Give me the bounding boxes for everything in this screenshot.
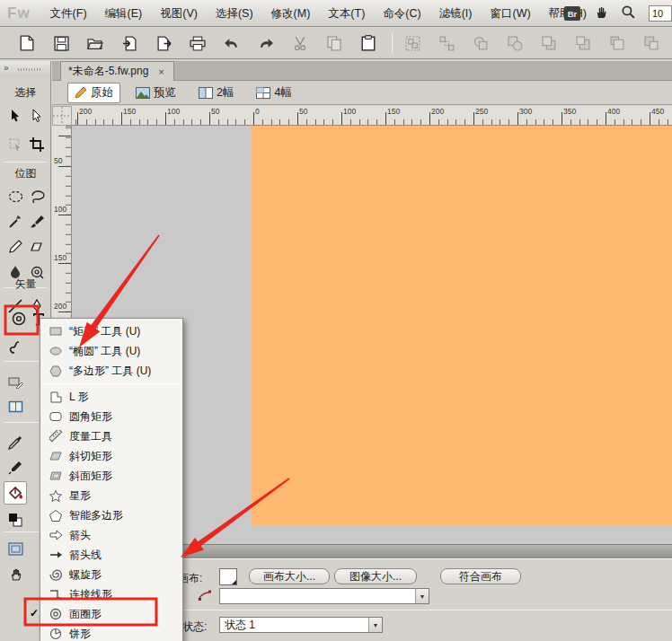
subselection-tool[interactable] bbox=[27, 106, 47, 126]
open-icon[interactable] bbox=[84, 32, 106, 54]
curve-adjust-icon[interactable] bbox=[198, 589, 212, 605]
marker-tool[interactable] bbox=[5, 458, 25, 478]
document-tab[interactable]: *未命名-5.fw.png × bbox=[60, 61, 174, 81]
menu-text[interactable]: 文本(T) bbox=[319, 0, 374, 27]
group-icon[interactable] bbox=[402, 32, 423, 54]
preview-image-icon bbox=[136, 87, 150, 99]
canvas-option-dropdown[interactable]: ▼ bbox=[219, 588, 429, 604]
menu-item-l-shape[interactable]: L 形 bbox=[40, 387, 182, 407]
state-dropdown[interactable]: 状态 1 ▼ bbox=[219, 617, 383, 633]
hand-icon[interactable] bbox=[593, 4, 608, 23]
rectangle-icon bbox=[49, 324, 63, 338]
send-backward-icon[interactable] bbox=[606, 32, 628, 54]
panel-grip[interactable] bbox=[18, 68, 41, 71]
menu-bar: Fw 文件(F) 编辑(E) 视图(V) 选择(S) 修改(M) 文本(T) 命… bbox=[0, 0, 672, 27]
copy-icon[interactable] bbox=[323, 32, 345, 54]
menu-item-smart-polygon[interactable]: 智能多边形 bbox=[40, 505, 182, 525]
canvas-color-swatch[interactable] bbox=[219, 568, 237, 585]
menu-window[interactable]: 窗口(W) bbox=[481, 0, 539, 27]
redo-icon[interactable] bbox=[255, 32, 277, 54]
menu-select[interactable]: 选择(S) bbox=[207, 0, 262, 27]
collapse-panel-icon[interactable]: » bbox=[4, 63, 9, 73]
menu-modify[interactable]: 修改(M) bbox=[262, 0, 320, 27]
dropdown-arrow-icon[interactable]: ▼ bbox=[368, 618, 382, 632]
ellipse-icon bbox=[49, 344, 63, 358]
crop-tool[interactable] bbox=[27, 135, 47, 154]
import-icon[interactable] bbox=[119, 32, 140, 54]
menu-item-arrow-line[interactable]: 箭头线 bbox=[40, 545, 182, 565]
pointer-tool[interactable] bbox=[5, 106, 25, 126]
menu-item-rounded-rectangle[interactable]: 圆角矩形 bbox=[40, 407, 182, 426]
menu-item-pie[interactable]: 饼形 bbox=[40, 624, 182, 641]
brush-tool[interactable] bbox=[27, 212, 47, 232]
send-to-back-icon[interactable] bbox=[641, 32, 662, 54]
save-icon[interactable] bbox=[50, 32, 72, 54]
marquee-tool[interactable] bbox=[5, 187, 25, 206]
spiral-icon bbox=[49, 567, 63, 582]
l-shape-icon bbox=[49, 390, 63, 404]
bring-forward-icon[interactable] bbox=[572, 32, 594, 54]
freeform-tool[interactable] bbox=[5, 338, 25, 357]
menu-commands[interactable]: 命令(C) bbox=[374, 0, 429, 27]
cut-icon[interactable] bbox=[289, 32, 311, 54]
hand-tool[interactable] bbox=[5, 564, 25, 584]
bring-to-front-icon[interactable] bbox=[538, 32, 560, 54]
rounded-rectangle-icon bbox=[49, 409, 63, 424]
section-select-label: 选择 bbox=[0, 85, 51, 101]
magic-wand-tool[interactable] bbox=[5, 212, 25, 232]
view-4up-button[interactable]: 4幅 bbox=[249, 83, 298, 103]
bridge-icon[interactable]: Br bbox=[564, 6, 580, 21]
pie-icon bbox=[49, 627, 63, 641]
panel-header[interactable]: » bbox=[0, 61, 50, 77]
view-original-button[interactable]: 原始 bbox=[67, 83, 120, 103]
paint-bucket-tool[interactable] bbox=[4, 481, 27, 505]
eyedropper-tool[interactable] bbox=[5, 433, 25, 452]
hotspot-tool[interactable] bbox=[5, 372, 25, 391]
paste-icon[interactable] bbox=[358, 32, 379, 54]
screen-mode-icon[interactable] bbox=[5, 539, 25, 558]
lasso-tool[interactable] bbox=[27, 187, 47, 206]
menu-item-ellipse-tool[interactable]: “椭圆” 工具 (U) bbox=[40, 341, 182, 361]
combine-icon[interactable] bbox=[470, 32, 491, 54]
split-icon[interactable] bbox=[504, 32, 526, 54]
pencil-tool[interactable] bbox=[5, 237, 25, 257]
print-icon[interactable] bbox=[187, 32, 208, 54]
menu-item-star[interactable]: 星形 bbox=[40, 486, 182, 505]
canvas[interactable] bbox=[252, 126, 672, 525]
ungroup-icon[interactable] bbox=[436, 32, 457, 54]
fit-canvas-button[interactable]: 符合画布 bbox=[440, 568, 521, 584]
export-icon[interactable] bbox=[153, 32, 174, 54]
section-vector-label: 矢量 bbox=[0, 277, 51, 292]
menu-item-polygon-tool[interactable]: “多边形” 工具 (U) bbox=[40, 361, 182, 381]
new-file-icon[interactable] bbox=[16, 32, 38, 54]
menu-item-doughnut[interactable]: ✓面圈形 bbox=[40, 604, 182, 624]
menu-item-rectangle-tool[interactable]: “矩形” 工具 (U) bbox=[40, 321, 182, 341]
ellipse-shape-tool[interactable] bbox=[9, 309, 29, 329]
fireworks-window: Fw 文件(F) 编辑(E) 视图(V) 选择(S) 修改(M) 文本(T) 命… bbox=[0, 0, 672, 641]
tab-close-icon[interactable]: × bbox=[155, 66, 166, 77]
menu-item-connector[interactable]: 连接线形 bbox=[40, 584, 182, 604]
menu-filters[interactable]: 滤镜(I) bbox=[430, 0, 482, 27]
menu-item-measure[interactable]: 度量工具 bbox=[40, 426, 182, 446]
search-icon[interactable] bbox=[621, 4, 636, 23]
menu-item-arrow[interactable]: 箭头 bbox=[40, 525, 182, 545]
menu-file[interactable]: 文件(F) bbox=[41, 0, 96, 27]
menu-view[interactable]: 视图(V) bbox=[151, 0, 207, 27]
view-preview-button[interactable]: 预览 bbox=[128, 83, 183, 103]
image-size-button[interactable]: 图像大小... bbox=[334, 568, 417, 584]
menu-item-spiral[interactable]: 螺旋形 bbox=[40, 565, 182, 584]
select-behind-tool[interactable] bbox=[5, 135, 25, 154]
fireworks-logo: Fw bbox=[0, 4, 41, 22]
menu-edit[interactable]: 编辑(E) bbox=[96, 0, 152, 27]
zoom-input[interactable] bbox=[649, 5, 672, 22]
slice-tool[interactable] bbox=[5, 397, 25, 417]
eraser-tool[interactable] bbox=[27, 237, 47, 257]
ruler-corner bbox=[52, 106, 72, 126]
default-colors-icon[interactable] bbox=[5, 510, 25, 530]
menu-item-skewed-rectangle[interactable]: 斜切矩形 bbox=[40, 446, 182, 466]
view-2up-button[interactable]: 2幅 bbox=[191, 83, 241, 103]
menu-item-beveled-rectangle[interactable]: 斜面矩形 bbox=[40, 466, 182, 486]
dropdown-arrow-icon[interactable]: ▼ bbox=[415, 589, 429, 603]
undo-icon[interactable] bbox=[221, 32, 243, 54]
canvas-size-button[interactable]: 画布大小... bbox=[249, 568, 330, 584]
